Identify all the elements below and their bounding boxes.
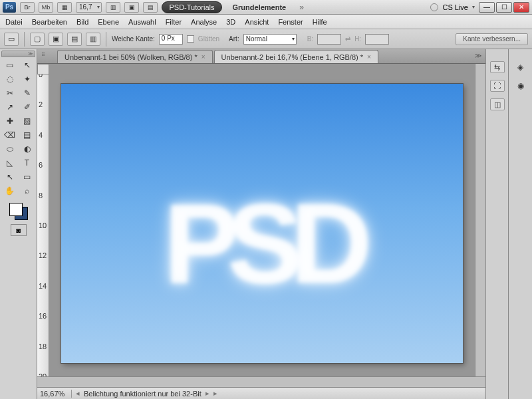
film-icon[interactable]: ▦ [57, 2, 72, 13]
height-input [365, 34, 389, 45]
menu-3d[interactable]: 3D [226, 18, 235, 26]
arrange-icon[interactable]: ▥ [106, 2, 120, 13]
tool-preset-icon[interactable]: ▭ [4, 33, 19, 46]
lasso-tool[interactable]: ◌ [1, 72, 18, 86]
menu-analyse[interactable]: Analyse [191, 18, 217, 26]
close-tab-icon[interactable]: × [201, 53, 205, 61]
minibridge-button[interactable]: Mb [39, 2, 53, 13]
cslive-label[interactable]: CS Live [442, 3, 468, 11]
canvas-image: PSD [61, 84, 463, 363]
wand-tool[interactable]: ✦ [19, 72, 35, 86]
status-bar: 16,67% ◂ Belichtung funktioniert nur bei… [37, 387, 485, 399]
maximize-button[interactable]: ☐ [496, 2, 512, 13]
styles-icon[interactable]: ⛶ [490, 80, 505, 92]
menu-ebene[interactable]: Ebene [98, 18, 119, 26]
zoom-tool[interactable]: ⌕ [19, 184, 35, 198]
document-tab-2[interactable]: Unbenannt-2 bei 16,7% (Ebene 1, RGB/8) *… [214, 50, 378, 63]
new-selection-icon[interactable]: ▢ [30, 33, 45, 46]
tab-label: Unbenannt-2 bei 16,7% (Ebene 1, RGB/8) * [221, 53, 363, 61]
cslive-icon [430, 3, 438, 11]
foreground-swatch[interactable] [9, 203, 23, 216]
subtract-selection-icon[interactable]: ▤ [67, 33, 82, 46]
scrollbar-vertical[interactable] [475, 64, 485, 376]
pen-tool[interactable]: ◺ [1, 156, 18, 170]
eraser-tool[interactable]: ⌫ [1, 128, 18, 142]
width-input [317, 34, 341, 45]
blur-tool[interactable]: ⬭ [1, 142, 18, 156]
shape-tool[interactable]: ▭ [19, 170, 35, 184]
document-tab-1[interactable]: Unbenannt-1 bei 50% (Wolken, RGB/8) * × [57, 50, 213, 63]
menu-bearbeiten[interactable]: Bearbeiten [32, 18, 67, 26]
dodge-tool[interactable]: ◐ [19, 142, 35, 156]
swap-icon: ⇄ [345, 35, 350, 43]
menu-filter[interactable]: Filter [166, 18, 182, 26]
menu-datei[interactable]: Datei [5, 18, 23, 26]
status-message: Belichtung funktioniert nur bei 32-Bit [84, 390, 201, 398]
zoom-select[interactable]: 16,7 [76, 2, 102, 13]
screen-mode-icon[interactable]: ▣ [124, 2, 139, 13]
adjustments-icon[interactable]: ⇆ [490, 61, 505, 73]
add-selection-icon[interactable]: ▣ [49, 33, 63, 46]
brush-tool[interactable]: ✐ [19, 100, 35, 114]
move-tool[interactable]: ↖ [19, 59, 35, 72]
workspace-more-icon[interactable]: » [297, 3, 307, 12]
tabs-grip-icon[interactable]: ⠿ [41, 52, 45, 58]
feather-label: Weiche Kante: [112, 35, 155, 43]
paths-icon[interactable]: ◫ [490, 98, 505, 110]
menu-fenster[interactable]: Fenster [278, 18, 303, 26]
app-logo: Ps [3, 2, 16, 13]
workspace-primary[interactable]: PSD-Tutorials [162, 1, 221, 13]
channels-icon[interactable]: ◉ [513, 80, 528, 92]
menu-bild[interactable]: Bild [76, 18, 88, 26]
tools-collapse-icon[interactable]: ≫ [1, 51, 35, 57]
ruler-vertical[interactable]: 02468101214161820 [37, 74, 49, 376]
width-label: B: [307, 35, 313, 43]
status-arrow-right[interactable]: ▸ [205, 389, 209, 398]
menu-hilfe[interactable]: Hilfe [313, 18, 327, 26]
tabs-more-icon[interactable]: ≫ [475, 52, 481, 59]
extras-icon[interactable]: ▤ [143, 2, 158, 13]
marquee-tool[interactable]: ▭ [1, 59, 18, 72]
right-panels: ⇆ ⛶ ◫ ◈ ◉ [485, 49, 532, 399]
stamp-tool[interactable]: ✚ [1, 114, 18, 128]
options-bar: ▭ ▢ ▣ ▤ ▥ Weiche Kante: 0 Px Glätten Art… [0, 29, 532, 49]
heal-tool[interactable]: ↗ [1, 100, 18, 114]
intersect-selection-icon[interactable]: ▥ [86, 33, 100, 46]
panel-dock-2: ◈ ◉ [508, 49, 532, 399]
title-bar: Ps Br Mb ▦ 16,7 ▥ ▣ ▤ PSD-Tutorials Grun… [0, 0, 532, 15]
antialias-label: Glätten [198, 35, 219, 43]
tab-label: Unbenannt-1 bei 50% (Wolken, RGB/8) * [65, 53, 198, 61]
document-tabs: ⠿ Unbenannt-1 bei 50% (Wolken, RGB/8) * … [37, 49, 485, 64]
history-brush-tool[interactable]: ▧ [19, 114, 35, 128]
menu-ansicht[interactable]: Ansicht [245, 18, 269, 26]
status-menu-icon[interactable]: ▸ [213, 389, 217, 398]
minimize-button[interactable]: — [479, 2, 495, 13]
gradient-tool[interactable]: ▤ [19, 128, 35, 142]
menu-auswahl[interactable]: Auswahl [128, 18, 156, 26]
quickmask-button[interactable]: ◙ [11, 224, 27, 236]
ruler-origin[interactable] [37, 64, 49, 74]
color-swatches[interactable] [8, 201, 29, 221]
bridge-button[interactable]: Br [20, 2, 35, 13]
chevron-down-icon[interactable]: ▾ [472, 4, 475, 10]
style-select[interactable]: Normal [243, 34, 297, 45]
refine-edge-button[interactable]: Kante verbessern... [456, 33, 528, 45]
close-button[interactable]: ✕ [513, 2, 529, 13]
hand-tool[interactable]: ✋ [1, 184, 18, 198]
type-tool[interactable]: T [19, 156, 35, 170]
cloud-text: PSD [164, 178, 360, 309]
canvas-viewport[interactable]: PSD [49, 74, 475, 376]
crop-tool[interactable]: ✂ [1, 86, 18, 100]
workspace-secondary[interactable]: Grundelemente [226, 1, 293, 13]
status-arrow-left[interactable]: ◂ [76, 389, 80, 398]
path-select-tool[interactable]: ↖ [1, 170, 18, 184]
scrollbar-horizontal[interactable] [37, 376, 485, 387]
eyedropper-tool[interactable]: ✎ [19, 86, 35, 100]
panel-dock-1: ⇆ ⛶ ◫ [485, 49, 508, 399]
tools-panel: ≫ ▭ ↖ ◌ ✦ ✂ ✎ ↗ ✐ ✚ ▧ ⌫ ▤ ⬭ ◐ ◺ T ↖ ▭ ✋ [0, 49, 37, 399]
menu-bar: Datei Bearbeiten Bild Ebene Auswahl Filt… [0, 15, 532, 29]
layers-icon[interactable]: ◈ [513, 61, 528, 73]
close-tab-icon[interactable]: × [367, 53, 371, 61]
zoom-status[interactable]: 16,67% [40, 390, 72, 398]
feather-input[interactable]: 0 Px [159, 34, 183, 45]
